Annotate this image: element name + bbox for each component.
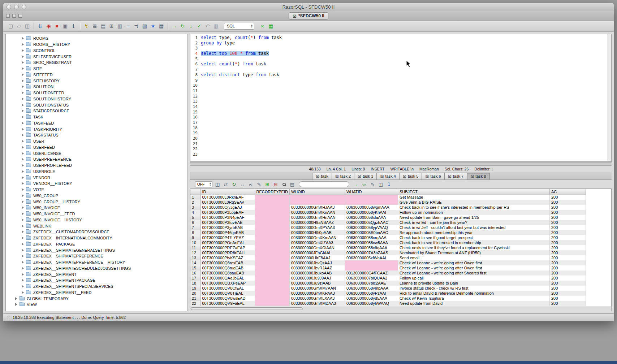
cell-ac[interactable]: 200 xyxy=(549,205,586,210)
tree-item-scontrol[interactable]: SCONTROL xyxy=(6,48,187,54)
indent-icon[interactable]: ⇉ xyxy=(133,22,140,30)
cell-id[interactable]: 00T3000000QV8wsEAD xyxy=(200,296,255,301)
cell-recordtypeid[interactable] xyxy=(255,286,289,291)
tab-close-icon[interactable]: ⊠ xyxy=(470,174,474,178)
cell-id[interactable]: 00T3000000Q8rexEAB xyxy=(200,260,255,265)
results-hscrollbar-thumb[interactable] xyxy=(191,307,303,310)
cell-subject[interactable]: Follow-up on nomination xyxy=(398,210,549,215)
editor-hscrollbar[interactable] xyxy=(190,162,612,166)
cell-whatid[interactable] xyxy=(345,200,398,205)
cell-id[interactable]: 00T3000000QV8TjEAL xyxy=(200,291,255,296)
cell-ac[interactable]: 200 xyxy=(549,255,586,260)
cell-recordtypeid[interactable] xyxy=(255,281,289,286)
cell-subject[interactable]: Check nexis to see if they've found a re… xyxy=(398,245,549,250)
insert-row-icon[interactable]: ⊞ xyxy=(264,181,271,187)
expand-triangle-icon[interactable] xyxy=(22,146,24,149)
tab-close-icon[interactable]: ⊠ xyxy=(316,174,319,178)
expand-triangle-icon[interactable] xyxy=(22,194,24,197)
cell-ac[interactable]: 200 xyxy=(549,276,586,281)
cell-id[interactable]: 00T3000000OjyJgEAJ xyxy=(200,205,255,210)
cell-whoid[interactable]: 0033000000H9i0pAAB xyxy=(289,230,345,235)
table-row[interactable]: 400T3000000P3LopEAF0033000000GmXKnAAN006… xyxy=(190,210,586,215)
tree-item-zkfedex-shipmatescheduledjobssettings[interactable]: ZKFEDEX__SHIPMATESCHEDULEDJOBSSETTINGS xyxy=(6,265,187,272)
zoom-button[interactable] xyxy=(22,5,26,9)
new-file-icon[interactable]: ▢ xyxy=(7,22,14,30)
tree-item-user[interactable]: USER xyxy=(6,138,187,144)
cell-subject[interactable]: Check-in w/ Jeff - couldn't afford last … xyxy=(398,225,549,230)
cell-subject[interactable]: Rick to email David & reference Delmonte… xyxy=(398,291,549,296)
paste-icon[interactable]: ▥ xyxy=(116,22,124,30)
expand-triangle-icon[interactable] xyxy=(22,243,24,246)
fetch-more-icon[interactable]: ↓ xyxy=(187,22,195,30)
expand-triangle-icon[interactable] xyxy=(22,79,24,82)
column-header-whatid[interactable]: WHATID xyxy=(345,189,398,195)
tree-item-zkfedex-shipment[interactable]: ZKFEDEX__SHIPMENT xyxy=(6,271,187,277)
cell-recordtypeid[interactable] xyxy=(255,301,289,306)
tree-item-zkfedex-shipmentspecialservices[interactable]: ZKFEDEX__SHIPMENTSPECIALSERVICES xyxy=(6,283,187,290)
cell-subject[interactable]: Check w/ Kevin Tsujihara xyxy=(398,296,549,301)
backup-database-icon[interactable]: ◉ xyxy=(45,22,52,30)
cell-whoid[interactable]: 0033000000HirF8AAJ xyxy=(289,255,345,260)
tree-item-task[interactable]: TASK xyxy=(6,114,187,120)
cell-id[interactable]: 00T3000000P3LopEAF xyxy=(200,210,255,215)
cell-whatid[interactable]: 00630000005S0bnAAC xyxy=(345,230,398,235)
cell-id[interactable]: 00T3000000L0RknEAF xyxy=(200,195,255,200)
cell-ac[interactable]: 200 xyxy=(549,200,586,205)
run-query-icon[interactable]: → xyxy=(171,22,178,30)
expand-triangle-icon[interactable] xyxy=(22,158,24,161)
cell-recordtypeid[interactable] xyxy=(255,291,289,296)
cell-ac[interactable]: 200 xyxy=(549,225,586,230)
cell-recordtypeid[interactable] xyxy=(255,230,289,235)
connections-icon[interactable]: ∞ xyxy=(259,22,266,30)
cell-whoid[interactable]: 0033000000JbvRJAAZ xyxy=(289,265,345,270)
editor-vscrollbar[interactable] xyxy=(607,34,611,161)
expand-triangle-icon[interactable] xyxy=(22,152,24,155)
table-row[interactable]: 1200T3000000PRR8rEAH0033000000JFhGlAAL00… xyxy=(190,250,586,255)
tree-item-solutionstatus[interactable]: SOLUTIONSTATUS xyxy=(6,102,187,108)
cell-recordtypeid[interactable] xyxy=(255,296,289,301)
search-results-icon[interactable] xyxy=(281,181,287,187)
commit-icon[interactable]: ✓ xyxy=(195,22,203,30)
cell-whatid[interactable]: 006300000058x9qAAA xyxy=(345,245,398,250)
expand-triangle-icon[interactable] xyxy=(15,297,17,300)
cell-ac[interactable]: 200 xyxy=(549,281,586,286)
tree-item-zkfedex-shipmatepreference[interactable]: ZKFEDEX__SHIPMATEPREFERENCE xyxy=(6,253,187,259)
cell-whatid[interactable]: 006300000058ympAAA xyxy=(345,286,398,291)
max-rows-spinner[interactable]: OFF ▲▼ xyxy=(195,181,212,187)
expand-triangle-icon[interactable] xyxy=(22,128,24,131)
cell-whoid[interactable]: 0033000000H9aNBAAZ xyxy=(289,220,345,225)
tree-item-solutionhistory[interactable]: SOLUTIONHISTORY xyxy=(6,96,187,102)
cell-whoid[interactable]: 0033000000GmXKmAAN xyxy=(289,235,345,240)
expand-triangle-icon[interactable] xyxy=(22,85,24,88)
table-row[interactable]: 2200T3000000QV9FaEAL0033000000GmXMDAA300… xyxy=(190,301,586,306)
cell-ac[interactable]: 200 xyxy=(549,286,586,291)
expand-triangle-icon[interactable] xyxy=(22,67,24,70)
minimize-button[interactable] xyxy=(14,5,19,9)
frame-maximize-icon[interactable] xyxy=(18,14,22,18)
tree-item-w50-invoice[interactable]: W50_INVOICE xyxy=(6,205,187,211)
cell-ac[interactable]: 200 xyxy=(549,270,586,276)
expand-triangle-icon[interactable] xyxy=(22,73,24,76)
cell-id[interactable]: 00T3000000QV9FaEAL xyxy=(200,301,255,306)
tree-item-vote[interactable]: VOTE xyxy=(6,187,187,193)
table-row[interactable]: 500T3000000P3N4pEAF0033000000GmXHnAAN006… xyxy=(190,215,586,220)
document-tab[interactable]: ⊠ *SFDCW50 II xyxy=(289,12,328,20)
cell-whatid[interactable]: 00630000005QgzhAAC xyxy=(345,220,398,225)
cell-id[interactable]: 00T3000000P3N4pEAF xyxy=(200,215,255,220)
create-object-icon[interactable]: ▣ xyxy=(61,22,69,30)
cell-id[interactable]: 00T3000000QAeJbEAL xyxy=(200,276,255,281)
cell-ac[interactable]: 200 xyxy=(549,195,586,200)
table-row[interactable]: 1000T3000000POeAnEAL0033000000GmXIZAA300… xyxy=(190,240,586,245)
tree-item-staticresource[interactable]: STATICRESOURCE xyxy=(6,108,187,114)
tree-item-weblink[interactable]: WEBLINK xyxy=(6,223,187,229)
result-tab-task-3[interactable]: ⊠task 3 xyxy=(354,173,377,179)
tree-item-zkfedex-shipmatepreference-history[interactable]: ZKFEDEX__SHIPMATEPREFERENCE__HISTORY xyxy=(6,259,187,265)
result-tab-task-7[interactable]: ⊠task 7 xyxy=(444,173,467,179)
expand-triangle-icon[interactable] xyxy=(22,37,24,40)
cell-subject[interactable]: Leanne to provide update to Bain xyxy=(398,281,549,286)
cell-whatid[interactable]: 00630000007blc2AAE xyxy=(345,281,398,286)
tree-item-zkfedex-shipmentpackage[interactable]: ZKFEDEX__SHIPMENTPACKAGE xyxy=(6,277,187,283)
cell-whoid[interactable]: 0033000000GmXHJAA3 xyxy=(289,205,345,210)
table-row[interactable]: 2100T3000000QV8wsEAD0033000000GmXLXAA300… xyxy=(190,296,586,301)
cell-ac[interactable]: 200 xyxy=(549,260,586,265)
